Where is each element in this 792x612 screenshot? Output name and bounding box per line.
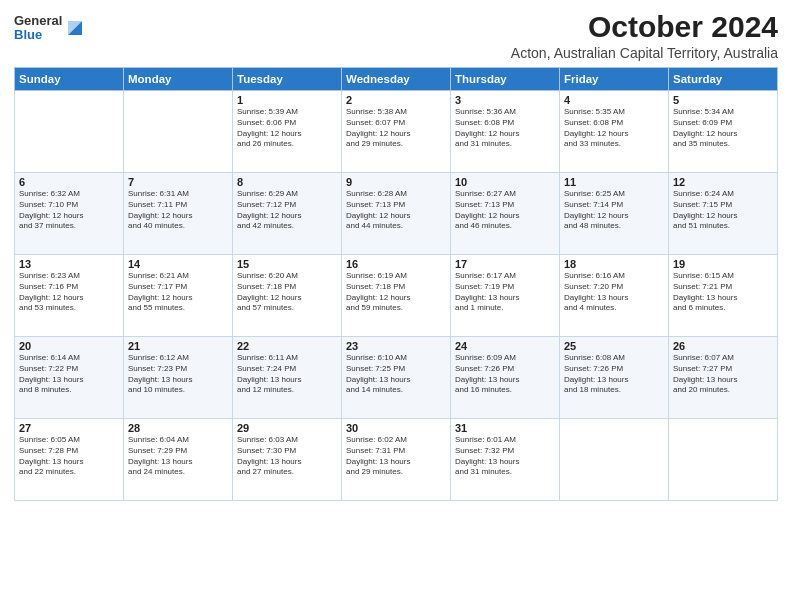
day-cell: 18Sunrise: 6:16 AM Sunset: 7:20 PM Dayli… (560, 255, 669, 337)
day-number: 18 (564, 258, 664, 270)
day-cell: 11Sunrise: 6:25 AM Sunset: 7:14 PM Dayli… (560, 173, 669, 255)
day-number: 23 (346, 340, 446, 352)
day-info: Sunrise: 6:17 AM Sunset: 7:19 PM Dayligh… (455, 271, 555, 314)
day-info: Sunrise: 6:31 AM Sunset: 7:11 PM Dayligh… (128, 189, 228, 232)
day-number: 6 (19, 176, 119, 188)
day-cell: 13Sunrise: 6:23 AM Sunset: 7:16 PM Dayli… (15, 255, 124, 337)
day-info: Sunrise: 6:27 AM Sunset: 7:13 PM Dayligh… (455, 189, 555, 232)
day-info: Sunrise: 6:08 AM Sunset: 7:26 PM Dayligh… (564, 353, 664, 396)
day-number: 7 (128, 176, 228, 188)
day-info: Sunrise: 6:19 AM Sunset: 7:18 PM Dayligh… (346, 271, 446, 314)
day-number: 9 (346, 176, 446, 188)
day-info: Sunrise: 6:29 AM Sunset: 7:12 PM Dayligh… (237, 189, 337, 232)
day-info: Sunrise: 6:32 AM Sunset: 7:10 PM Dayligh… (19, 189, 119, 232)
day-cell: 24Sunrise: 6:09 AM Sunset: 7:26 PM Dayli… (451, 337, 560, 419)
day-cell: 25Sunrise: 6:08 AM Sunset: 7:26 PM Dayli… (560, 337, 669, 419)
week-row-5: 27Sunrise: 6:05 AM Sunset: 7:28 PM Dayli… (15, 419, 778, 501)
day-cell: 3Sunrise: 5:36 AM Sunset: 6:08 PM Daylig… (451, 91, 560, 173)
page: General Blue October 2024 Acton, Austral… (0, 0, 792, 612)
day-cell: 20Sunrise: 6:14 AM Sunset: 7:22 PM Dayli… (15, 337, 124, 419)
day-info: Sunrise: 5:39 AM Sunset: 6:06 PM Dayligh… (237, 107, 337, 150)
day-number: 21 (128, 340, 228, 352)
day-cell: 23Sunrise: 6:10 AM Sunset: 7:25 PM Dayli… (342, 337, 451, 419)
day-number: 31 (455, 422, 555, 434)
day-number: 2 (346, 94, 446, 106)
header-cell-saturday: Saturday (669, 68, 778, 91)
day-info: Sunrise: 5:38 AM Sunset: 6:07 PM Dayligh… (346, 107, 446, 150)
day-cell (15, 91, 124, 173)
week-row-3: 13Sunrise: 6:23 AM Sunset: 7:16 PM Dayli… (15, 255, 778, 337)
day-info: Sunrise: 6:10 AM Sunset: 7:25 PM Dayligh… (346, 353, 446, 396)
day-info: Sunrise: 6:02 AM Sunset: 7:31 PM Dayligh… (346, 435, 446, 478)
header-cell-sunday: Sunday (15, 68, 124, 91)
day-info: Sunrise: 6:14 AM Sunset: 7:22 PM Dayligh… (19, 353, 119, 396)
calendar-subtitle: Acton, Australian Capital Territory, Aus… (511, 45, 778, 61)
day-number: 8 (237, 176, 337, 188)
logo-blue: Blue (14, 28, 62, 42)
day-info: Sunrise: 6:12 AM Sunset: 7:23 PM Dayligh… (128, 353, 228, 396)
day-number: 19 (673, 258, 773, 270)
header-row: SundayMondayTuesdayWednesdayThursdayFrid… (15, 68, 778, 91)
day-number: 14 (128, 258, 228, 270)
day-number: 30 (346, 422, 446, 434)
day-info: Sunrise: 6:07 AM Sunset: 7:27 PM Dayligh… (673, 353, 773, 396)
header-cell-monday: Monday (124, 68, 233, 91)
day-cell: 26Sunrise: 6:07 AM Sunset: 7:27 PM Dayli… (669, 337, 778, 419)
header: General Blue October 2024 Acton, Austral… (14, 10, 778, 61)
calendar-body: 1Sunrise: 5:39 AM Sunset: 6:06 PM Daylig… (15, 91, 778, 501)
day-cell: 17Sunrise: 6:17 AM Sunset: 7:19 PM Dayli… (451, 255, 560, 337)
day-cell: 31Sunrise: 6:01 AM Sunset: 7:32 PM Dayli… (451, 419, 560, 501)
day-cell: 29Sunrise: 6:03 AM Sunset: 7:30 PM Dayli… (233, 419, 342, 501)
day-number: 26 (673, 340, 773, 352)
day-number: 24 (455, 340, 555, 352)
day-cell: 30Sunrise: 6:02 AM Sunset: 7:31 PM Dayli… (342, 419, 451, 501)
logo-text: General Blue (14, 14, 62, 43)
day-cell: 22Sunrise: 6:11 AM Sunset: 7:24 PM Dayli… (233, 337, 342, 419)
day-number: 12 (673, 176, 773, 188)
day-info: Sunrise: 5:36 AM Sunset: 6:08 PM Dayligh… (455, 107, 555, 150)
day-info: Sunrise: 6:20 AM Sunset: 7:18 PM Dayligh… (237, 271, 337, 314)
day-cell: 12Sunrise: 6:24 AM Sunset: 7:15 PM Dayli… (669, 173, 778, 255)
week-row-1: 1Sunrise: 5:39 AM Sunset: 6:06 PM Daylig… (15, 91, 778, 173)
day-info: Sunrise: 6:25 AM Sunset: 7:14 PM Dayligh… (564, 189, 664, 232)
day-number: 3 (455, 94, 555, 106)
day-cell (560, 419, 669, 501)
day-cell: 27Sunrise: 6:05 AM Sunset: 7:28 PM Dayli… (15, 419, 124, 501)
day-info: Sunrise: 6:28 AM Sunset: 7:13 PM Dayligh… (346, 189, 446, 232)
day-cell: 6Sunrise: 6:32 AM Sunset: 7:10 PM Daylig… (15, 173, 124, 255)
day-info: Sunrise: 5:35 AM Sunset: 6:08 PM Dayligh… (564, 107, 664, 150)
day-cell (124, 91, 233, 173)
week-row-4: 20Sunrise: 6:14 AM Sunset: 7:22 PM Dayli… (15, 337, 778, 419)
week-row-2: 6Sunrise: 6:32 AM Sunset: 7:10 PM Daylig… (15, 173, 778, 255)
day-number: 22 (237, 340, 337, 352)
day-cell: 28Sunrise: 6:04 AM Sunset: 7:29 PM Dayli… (124, 419, 233, 501)
calendar-title: October 2024 (511, 10, 778, 43)
day-cell: 1Sunrise: 5:39 AM Sunset: 6:06 PM Daylig… (233, 91, 342, 173)
day-cell: 7Sunrise: 6:31 AM Sunset: 7:11 PM Daylig… (124, 173, 233, 255)
day-info: Sunrise: 6:24 AM Sunset: 7:15 PM Dayligh… (673, 189, 773, 232)
day-info: Sunrise: 6:03 AM Sunset: 7:30 PM Dayligh… (237, 435, 337, 478)
day-number: 28 (128, 422, 228, 434)
header-cell-wednesday: Wednesday (342, 68, 451, 91)
day-cell: 21Sunrise: 6:12 AM Sunset: 7:23 PM Dayli… (124, 337, 233, 419)
logo: General Blue (14, 14, 84, 43)
day-number: 15 (237, 258, 337, 270)
day-number: 25 (564, 340, 664, 352)
day-info: Sunrise: 6:05 AM Sunset: 7:28 PM Dayligh… (19, 435, 119, 478)
day-cell: 4Sunrise: 5:35 AM Sunset: 6:08 PM Daylig… (560, 91, 669, 173)
header-cell-tuesday: Tuesday (233, 68, 342, 91)
day-number: 16 (346, 258, 446, 270)
day-number: 13 (19, 258, 119, 270)
day-number: 5 (673, 94, 773, 106)
day-info: Sunrise: 6:09 AM Sunset: 7:26 PM Dayligh… (455, 353, 555, 396)
day-number: 1 (237, 94, 337, 106)
day-number: 20 (19, 340, 119, 352)
day-cell: 16Sunrise: 6:19 AM Sunset: 7:18 PM Dayli… (342, 255, 451, 337)
day-cell: 15Sunrise: 6:20 AM Sunset: 7:18 PM Dayli… (233, 255, 342, 337)
header-cell-thursday: Thursday (451, 68, 560, 91)
day-number: 11 (564, 176, 664, 188)
day-cell: 19Sunrise: 6:15 AM Sunset: 7:21 PM Dayli… (669, 255, 778, 337)
title-block: October 2024 Acton, Australian Capital T… (511, 10, 778, 61)
day-number: 4 (564, 94, 664, 106)
day-info: Sunrise: 6:23 AM Sunset: 7:16 PM Dayligh… (19, 271, 119, 314)
